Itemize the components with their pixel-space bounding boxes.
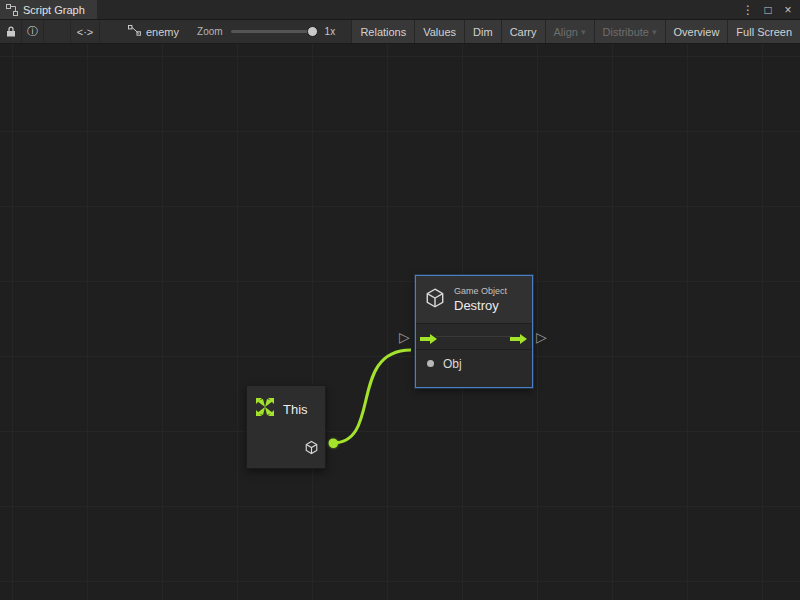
obj-port-dot-icon[interactable] xyxy=(427,360,434,367)
graph-name: enemy xyxy=(146,26,179,38)
overview-button[interactable]: Overview xyxy=(665,20,728,43)
tab-script-graph[interactable]: Script Graph xyxy=(0,0,97,19)
cube-icon xyxy=(424,287,446,313)
script-graph-icon xyxy=(6,4,18,16)
values-button[interactable]: Values xyxy=(414,20,464,43)
kebab-menu-icon[interactable]: ⋮ xyxy=(740,3,756,17)
zoom-slider[interactable] xyxy=(231,30,317,33)
destroy-node-category: Game Object xyxy=(454,286,507,296)
graph-toolbar: ⓘ <·> enemy Zoom 1x Relations xyxy=(0,20,800,44)
tab-title: Script Graph xyxy=(23,4,85,16)
flow-output-triangle[interactable]: ▷ xyxy=(536,330,547,344)
flow-output-arrow-icon[interactable] xyxy=(510,331,528,349)
align-button[interactable]: Align ▾ xyxy=(545,20,594,43)
zoom-control: Zoom 1x xyxy=(189,20,343,43)
carry-button[interactable]: Carry xyxy=(501,20,545,43)
obj-port-label: Obj xyxy=(443,357,462,371)
flow-input-arrow-icon[interactable] xyxy=(420,331,438,349)
destroy-node[interactable]: Game Object Destroy O xyxy=(415,275,533,388)
fullscreen-button[interactable]: Full Screen xyxy=(727,20,800,43)
graph-breadcrumb[interactable]: enemy xyxy=(118,20,189,43)
code-icon[interactable]: <·> xyxy=(70,20,100,43)
graph-canvas[interactable]: ▷ ▷ Game Object Destroy xyxy=(0,44,800,600)
this-node[interactable]: This xyxy=(246,385,326,469)
this-icon xyxy=(254,396,276,422)
flow-input-triangle[interactable]: ▷ xyxy=(399,330,410,344)
relations-button[interactable]: Relations xyxy=(351,20,414,43)
destroy-node-title: Destroy xyxy=(454,298,507,313)
zoom-label: Zoom xyxy=(197,26,223,37)
zoom-slider-handle[interactable] xyxy=(307,26,318,37)
destroy-node-header: Game Object Destroy xyxy=(416,276,532,323)
lock-icon[interactable] xyxy=(0,20,22,43)
graph-node-icon xyxy=(128,25,141,38)
window-controls: ⋮ □ × xyxy=(740,0,800,19)
zoom-value: 1x xyxy=(325,26,336,37)
script-graph-window: Script Graph ⋮ □ × ⓘ <·> xyxy=(0,0,800,600)
connection-wire xyxy=(0,44,800,600)
close-icon[interactable]: × xyxy=(780,3,796,17)
info-icon[interactable]: ⓘ xyxy=(22,20,44,43)
chevron-down-icon: ▾ xyxy=(581,27,586,37)
destroy-node-obj-port[interactable]: Obj xyxy=(416,349,532,377)
this-output-cube-icon[interactable] xyxy=(304,440,319,459)
this-node-header: This xyxy=(247,386,325,428)
tab-bar: Script Graph ⋮ □ × xyxy=(0,0,800,20)
this-node-title: This xyxy=(283,402,308,417)
chevron-down-icon: ▾ xyxy=(652,27,657,37)
dim-button[interactable]: Dim xyxy=(464,20,501,43)
distribute-button[interactable]: Distribute ▾ xyxy=(594,20,665,43)
this-output-port-dot[interactable] xyxy=(329,439,338,448)
toolbar-buttons: Relations Values Dim Carry Align ▾ Distr… xyxy=(351,20,800,43)
maximize-icon[interactable]: □ xyxy=(760,3,776,17)
destroy-node-flow-row xyxy=(416,323,532,349)
